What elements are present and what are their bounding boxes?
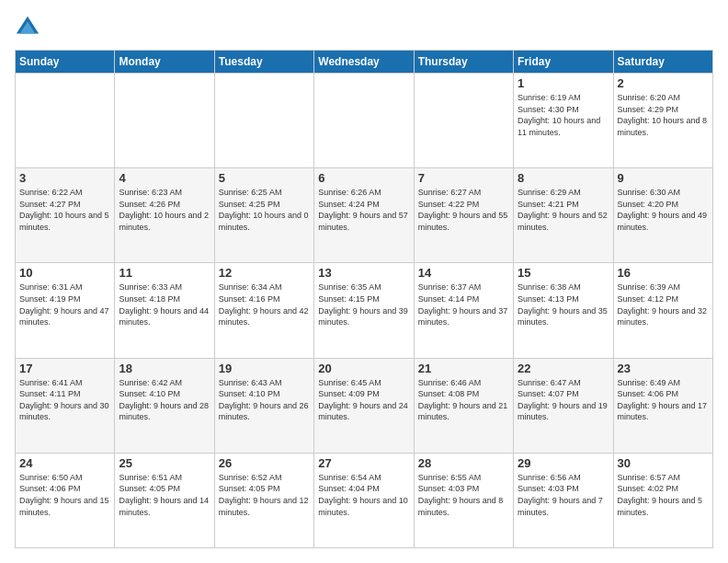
calendar-week-row: 10Sunrise: 6:31 AM Sunset: 4:19 PM Dayli… (16, 263, 713, 358)
weekday-header: Saturday (613, 51, 712, 74)
header (15, 15, 713, 40)
day-info: Sunrise: 6:23 AM Sunset: 4:26 PM Dayligh… (119, 187, 210, 233)
calendar-cell: 10Sunrise: 6:31 AM Sunset: 4:19 PM Dayli… (16, 263, 115, 358)
day-number: 18 (119, 362, 210, 375)
calendar-cell: 13Sunrise: 6:35 AM Sunset: 4:15 PM Dayli… (314, 263, 414, 358)
day-info: Sunrise: 6:31 AM Sunset: 4:19 PM Dayligh… (19, 282, 110, 327)
day-info: Sunrise: 6:42 AM Sunset: 4:10 PM Dayligh… (119, 377, 210, 423)
day-number: 23 (618, 362, 709, 375)
calendar-cell (314, 74, 414, 168)
calendar-week-row: 3Sunrise: 6:22 AM Sunset: 4:27 PM Daylig… (16, 168, 713, 263)
calendar-cell: 2Sunrise: 6:20 AM Sunset: 4:29 PM Daylig… (613, 74, 712, 168)
day-info: Sunrise: 6:46 AM Sunset: 4:08 PM Dayligh… (418, 377, 509, 423)
day-number: 4 (119, 171, 210, 185)
calendar-cell: 28Sunrise: 6:55 AM Sunset: 4:03 PM Dayli… (414, 453, 513, 547)
day-info: Sunrise: 6:50 AM Sunset: 4:06 PM Dayligh… (19, 472, 110, 518)
calendar-cell: 26Sunrise: 6:52 AM Sunset: 4:05 PM Dayli… (214, 453, 313, 547)
calendar-cell: 19Sunrise: 6:43 AM Sunset: 4:10 PM Dayli… (214, 358, 313, 453)
day-info: Sunrise: 6:33 AM Sunset: 4:18 PM Dayligh… (119, 282, 210, 327)
weekday-header: Wednesday (314, 51, 414, 74)
day-number: 11 (119, 266, 210, 280)
day-number: 29 (518, 456, 609, 470)
day-info: Sunrise: 6:19 AM Sunset: 4:30 PM Dayligh… (518, 92, 609, 138)
calendar-cell: 17Sunrise: 6:41 AM Sunset: 4:11 PM Dayli… (16, 358, 115, 453)
day-number: 26 (219, 456, 310, 470)
day-number: 25 (119, 456, 210, 470)
calendar-table: SundayMondayTuesdayWednesdayThursdayFrid… (15, 50, 713, 548)
calendar-cell: 24Sunrise: 6:50 AM Sunset: 4:06 PM Dayli… (16, 453, 115, 547)
day-number: 9 (618, 171, 709, 185)
calendar-cell: 16Sunrise: 6:39 AM Sunset: 4:12 PM Dayli… (613, 263, 712, 358)
day-info: Sunrise: 6:51 AM Sunset: 4:05 PM Dayligh… (119, 472, 210, 518)
calendar-body: 1Sunrise: 6:19 AM Sunset: 4:30 PM Daylig… (16, 74, 713, 548)
calendar-cell (214, 74, 313, 168)
day-number: 16 (618, 266, 709, 280)
day-info: Sunrise: 6:22 AM Sunset: 4:27 PM Dayligh… (19, 187, 110, 233)
day-info: Sunrise: 6:56 AM Sunset: 4:03 PM Dayligh… (518, 472, 609, 518)
day-info: Sunrise: 6:35 AM Sunset: 4:15 PM Dayligh… (318, 282, 409, 327)
day-info: Sunrise: 6:29 AM Sunset: 4:21 PM Dayligh… (518, 187, 609, 233)
weekday-header: Friday (514, 51, 613, 74)
day-info: Sunrise: 6:52 AM Sunset: 4:05 PM Dayligh… (219, 472, 310, 518)
calendar-cell: 25Sunrise: 6:51 AM Sunset: 4:05 PM Dayli… (115, 453, 214, 547)
day-number: 19 (219, 362, 310, 375)
calendar-cell: 12Sunrise: 6:34 AM Sunset: 4:16 PM Dayli… (214, 263, 313, 358)
calendar-cell (16, 74, 115, 168)
calendar-cell: 3Sunrise: 6:22 AM Sunset: 4:27 PM Daylig… (16, 168, 115, 263)
day-number: 15 (518, 266, 609, 280)
calendar-week-row: 17Sunrise: 6:41 AM Sunset: 4:11 PM Dayli… (16, 358, 713, 453)
calendar-cell: 27Sunrise: 6:54 AM Sunset: 4:04 PM Dayli… (314, 453, 414, 547)
calendar-header-row: SundayMondayTuesdayWednesdayThursdayFrid… (16, 51, 713, 74)
day-number: 8 (518, 171, 609, 185)
weekday-header: Thursday (414, 51, 513, 74)
calendar-cell: 9Sunrise: 6:30 AM Sunset: 4:20 PM Daylig… (613, 168, 712, 263)
calendar-cell: 23Sunrise: 6:49 AM Sunset: 4:06 PM Dayli… (613, 358, 712, 453)
calendar-cell: 11Sunrise: 6:33 AM Sunset: 4:18 PM Dayli… (115, 263, 214, 358)
day-info: Sunrise: 6:43 AM Sunset: 4:10 PM Dayligh… (219, 377, 310, 423)
day-number: 27 (318, 456, 409, 470)
day-number: 14 (418, 266, 509, 280)
day-info: Sunrise: 6:34 AM Sunset: 4:16 PM Dayligh… (219, 282, 310, 327)
day-info: Sunrise: 6:20 AM Sunset: 4:29 PM Dayligh… (618, 92, 709, 138)
calendar-cell: 7Sunrise: 6:27 AM Sunset: 4:22 PM Daylig… (414, 168, 513, 263)
day-number: 17 (19, 362, 110, 375)
day-info: Sunrise: 6:55 AM Sunset: 4:03 PM Dayligh… (418, 472, 509, 518)
day-info: Sunrise: 6:49 AM Sunset: 4:06 PM Dayligh… (618, 377, 709, 423)
day-number: 22 (518, 362, 609, 375)
day-number: 2 (618, 76, 709, 90)
calendar-cell: 5Sunrise: 6:25 AM Sunset: 4:25 PM Daylig… (214, 168, 313, 263)
logo (15, 15, 44, 40)
day-number: 10 (19, 266, 110, 280)
calendar-cell: 15Sunrise: 6:38 AM Sunset: 4:13 PM Dayli… (514, 263, 613, 358)
calendar-cell: 20Sunrise: 6:45 AM Sunset: 4:09 PM Dayli… (314, 358, 414, 453)
day-number: 30 (618, 456, 709, 470)
day-number: 28 (418, 456, 509, 470)
day-info: Sunrise: 6:27 AM Sunset: 4:22 PM Dayligh… (418, 187, 509, 233)
day-info: Sunrise: 6:45 AM Sunset: 4:09 PM Dayligh… (318, 377, 409, 423)
day-info: Sunrise: 6:54 AM Sunset: 4:04 PM Dayligh… (318, 472, 409, 518)
day-number: 21 (418, 362, 509, 375)
day-number: 7 (418, 171, 509, 185)
page: SundayMondayTuesdayWednesdayThursdayFrid… (0, 0, 728, 563)
day-info: Sunrise: 6:39 AM Sunset: 4:12 PM Dayligh… (618, 282, 709, 327)
day-info: Sunrise: 6:38 AM Sunset: 4:13 PM Dayligh… (518, 282, 609, 327)
weekday-header: Sunday (16, 51, 115, 74)
calendar-cell (115, 74, 214, 168)
weekday-header: Monday (115, 51, 214, 74)
day-number: 6 (318, 171, 409, 185)
day-info: Sunrise: 6:25 AM Sunset: 4:25 PM Dayligh… (219, 187, 310, 233)
day-info: Sunrise: 6:57 AM Sunset: 4:02 PM Dayligh… (618, 472, 709, 518)
day-number: 1 (518, 76, 609, 90)
logo-icon (15, 15, 40, 40)
day-info: Sunrise: 6:37 AM Sunset: 4:14 PM Dayligh… (418, 282, 509, 327)
calendar-cell: 30Sunrise: 6:57 AM Sunset: 4:02 PM Dayli… (613, 453, 712, 547)
day-info: Sunrise: 6:47 AM Sunset: 4:07 PM Dayligh… (518, 377, 609, 423)
calendar-cell: 4Sunrise: 6:23 AM Sunset: 4:26 PM Daylig… (115, 168, 214, 263)
calendar-cell: 29Sunrise: 6:56 AM Sunset: 4:03 PM Dayli… (514, 453, 613, 547)
day-number: 3 (19, 171, 110, 185)
day-info: Sunrise: 6:41 AM Sunset: 4:11 PM Dayligh… (19, 377, 110, 423)
calendar-week-row: 1Sunrise: 6:19 AM Sunset: 4:30 PM Daylig… (16, 74, 713, 168)
calendar-cell: 1Sunrise: 6:19 AM Sunset: 4:30 PM Daylig… (514, 74, 613, 168)
calendar-cell: 8Sunrise: 6:29 AM Sunset: 4:21 PM Daylig… (514, 168, 613, 263)
calendar-cell: 22Sunrise: 6:47 AM Sunset: 4:07 PM Dayli… (514, 358, 613, 453)
